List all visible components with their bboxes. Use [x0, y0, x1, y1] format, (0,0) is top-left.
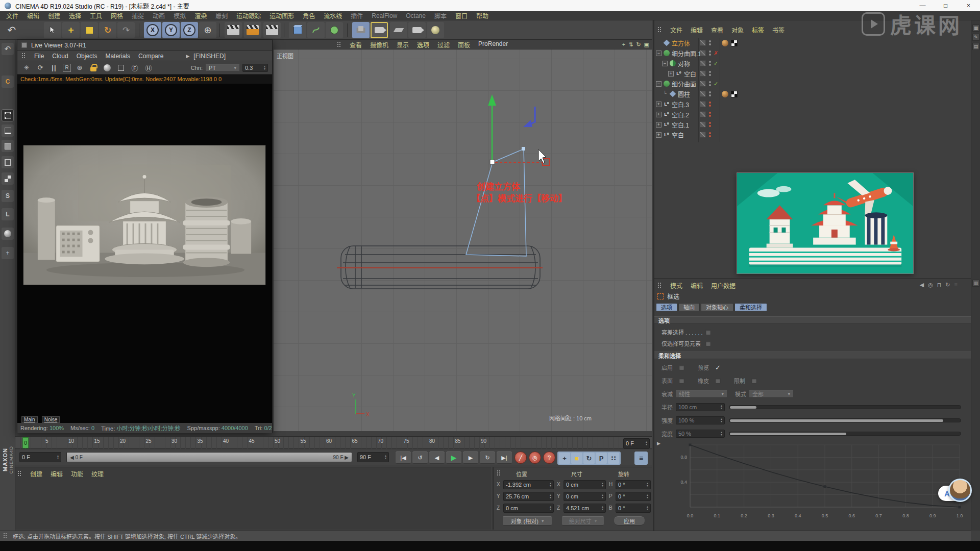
pin-icon[interactable]: ◎ [928, 282, 933, 288]
attribute-tab[interactable]: 柔和选择 [734, 303, 767, 311]
object-manager-menu-item[interactable]: 标签 [752, 26, 764, 34]
avatar[interactable] [948, 479, 972, 502]
object-manager-menu-item[interactable]: 书签 [772, 26, 785, 34]
layout-tab-icon[interactable]: ▥ [972, 280, 979, 287]
menu-item[interactable]: 选择 [69, 11, 81, 20]
expand-toggle-icon[interactable] [656, 40, 662, 46]
scale-tool-icon[interactable] [81, 22, 98, 38]
panel-grip[interactable] [3, 533, 8, 539]
vertex-dot[interactable] [522, 147, 525, 151]
panel-grip[interactable] [497, 470, 501, 477]
rotate-tool-icon[interactable]: ↻ [99, 22, 116, 38]
expand-toggle-icon[interactable] [656, 51, 662, 56]
object-manager-menu-item[interactable]: 查看 [711, 26, 723, 34]
object-label[interactable]: 空白.3 [672, 100, 689, 109]
viewport-menu-item[interactable]: 过滤 [437, 40, 450, 49]
visibility-dots-icon[interactable] [709, 61, 711, 66]
expand-toggle-icon[interactable] [656, 112, 662, 117]
viewport-menu-item[interactable]: 显示 [397, 40, 409, 49]
material-tag-icon[interactable] [722, 91, 728, 97]
lock-icon[interactable]: ⊓ [937, 282, 942, 288]
list-icon[interactable]: ≡ [954, 282, 958, 288]
y-axis-handle[interactable] [488, 94, 496, 160]
surface-checkbox[interactable] [679, 378, 684, 384]
make-editable-icon[interactable]: C [2, 76, 14, 88]
menu-item[interactable]: 运动图形 [270, 11, 294, 20]
visibility-dots-icon[interactable] [709, 91, 711, 96]
viewport-menu-item[interactable]: 选项 [417, 40, 429, 49]
render-region-button[interactable] [244, 22, 261, 38]
menu-item[interactable]: 插件 [351, 11, 363, 20]
object-row[interactable]: 空白.1 [654, 119, 971, 130]
eraser-checkbox[interactable] [715, 378, 721, 384]
curve-expand-icon[interactable]: ▶ [657, 441, 660, 446]
spline-pen-button[interactable] [307, 22, 325, 38]
menu-item[interactable]: Octane [406, 12, 426, 19]
polygons-mode-icon[interactable] [2, 140, 14, 152]
texture-tag-icon[interactable] [731, 91, 738, 97]
object-label[interactable]: 立方体 [672, 39, 690, 47]
x-axis-handle[interactable] [495, 159, 549, 165]
material-ball-icon[interactable] [102, 63, 112, 73]
channel-dropdown[interactable]: PT▾ [206, 64, 239, 72]
expand-toggle-icon[interactable] [662, 91, 668, 97]
transport-button[interactable]: ◀ [429, 452, 445, 464]
cel-animation-button[interactable]: ≡ [634, 452, 648, 465]
size-input[interactable]: 0 cm▴▾ [564, 480, 606, 489]
layout-tab-icon[interactable]: ✎ [972, 34, 979, 41]
transport-button[interactable]: ▶ [463, 452, 478, 464]
object-row[interactable]: 空白.3 [654, 99, 971, 109]
undo-icon[interactable]: ↶ [3, 22, 20, 38]
panel-grip[interactable] [657, 282, 662, 289]
material-tag-icon[interactable] [722, 40, 728, 46]
panel-grip[interactable] [21, 53, 26, 59]
menu-item[interactable]: RealFlow [372, 12, 397, 19]
visibility-dots-icon[interactable] [709, 51, 711, 56]
live-viewer-menu-item[interactable]: Compare [138, 53, 163, 60]
layer-toggle-icon[interactable] [700, 111, 706, 117]
width-field[interactable]: 50 %▴▾ [676, 430, 725, 438]
restart-render-icon[interactable]: ✳ [21, 63, 32, 73]
material-menu-item[interactable]: 纹理 [91, 469, 104, 478]
expand-toggle-icon[interactable] [662, 61, 668, 66]
keyframe-toggle[interactable]: P [596, 453, 607, 464]
panel-grip[interactable] [337, 41, 341, 48]
snap-icon[interactable]: S [2, 190, 14, 202]
layer-toggle-icon[interactable] [700, 91, 706, 97]
menu-item[interactable]: 捕捉 [132, 11, 144, 20]
enabled-mark-icon[interactable] [714, 60, 720, 67]
layer-toggle-icon[interactable] [700, 50, 706, 56]
size-input[interactable]: 4.521 cm▴▾ [564, 504, 606, 513]
render-tab[interactable]: Main [21, 416, 38, 423]
visibility-dots-icon[interactable] [709, 81, 711, 86]
dolly-view-icon[interactable]: ⇅ [628, 41, 633, 48]
expand-toggle-icon[interactable] [656, 132, 662, 138]
refresh-icon[interactable]: ↻ [945, 282, 950, 288]
pause-icon[interactable]: || [49, 63, 59, 73]
menu-item[interactable]: 模拟 [174, 11, 186, 20]
menu-item[interactable]: 角色 [303, 11, 315, 20]
sampling-field[interactable]: 0.3▴▾ [242, 64, 268, 72]
material-picker-icon[interactable]: Ⓗ [143, 63, 154, 73]
object-label[interactable]: 对称 [678, 59, 690, 68]
enable-checkbox[interactable] [679, 365, 684, 370]
object-row[interactable]: 对称 [654, 58, 971, 68]
object-row[interactable]: 空白 [654, 68, 971, 79]
selected-vertex-dot[interactable] [490, 160, 495, 164]
enabled-mark-icon[interactable] [714, 81, 720, 87]
keyframe-toggle[interactable]: ■ [571, 453, 582, 464]
last-tool-icon[interactable]: ↷ [117, 22, 135, 38]
coordinate-mode-dropdown[interactable]: 对象 (相对)▾ [503, 516, 552, 525]
viewport-menu-item[interactable]: 查看 [350, 40, 362, 49]
transport-button[interactable]: ▶ [446, 452, 461, 464]
layer-toggle-icon[interactable] [700, 70, 706, 77]
attribute-tab[interactable]: 对象轴心 [701, 303, 733, 311]
enabled-mark-icon[interactable] [714, 50, 720, 57]
viewport-menu-item[interactable]: 面板 [458, 40, 470, 49]
object-manager-menu-item[interactable]: 文件 [670, 26, 682, 34]
environment-button[interactable] [371, 22, 388, 38]
menu-item[interactable]: 文件 [6, 11, 18, 20]
layer-toggle-icon[interactable] [700, 81, 706, 87]
radius-slider[interactable] [729, 405, 961, 409]
record-button[interactable]: ? [543, 452, 555, 464]
